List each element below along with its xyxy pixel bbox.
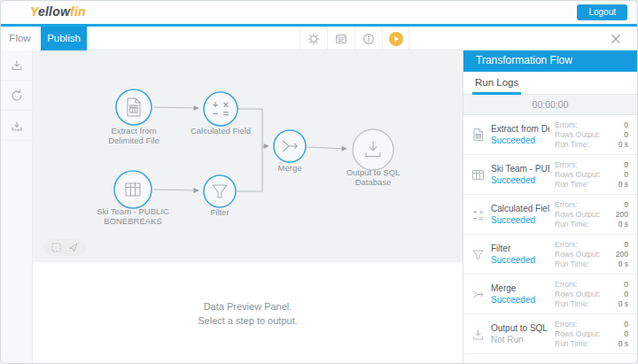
log-step-title: Ski Team - PUBL... bbox=[491, 164, 549, 174]
tab-flow[interactable]: Flow bbox=[1, 27, 40, 50]
errors-label: Errors: bbox=[555, 200, 578, 210]
merge-icon bbox=[471, 288, 491, 301]
output-step-icon[interactable] bbox=[1, 111, 32, 141]
svg-text:Delimited File: Delimited File bbox=[108, 136, 160, 145]
settings-icon[interactable] bbox=[300, 27, 327, 50]
rows-output-label: Rows Output: bbox=[555, 290, 601, 299]
errors-value: 0 bbox=[624, 280, 628, 290]
top-bar: Yellowfin Logout bbox=[1, 1, 637, 24]
step-sidebar bbox=[1, 50, 33, 364]
errors-value: 0 bbox=[624, 200, 628, 210]
run-time-label: Run Time: bbox=[555, 220, 589, 229]
transform-step-icon[interactable] bbox=[1, 81, 32, 111]
preview-line2: Select a step to output. bbox=[198, 314, 298, 328]
file-icon bbox=[471, 128, 491, 142]
run-log-row[interactable]: Merge Succeeded Errors:0 Rows Output:0 R… bbox=[463, 275, 637, 314]
run-time-value: 0 s bbox=[619, 140, 628, 150]
log-step-status: Not Run bbox=[491, 335, 549, 345]
log-step-title: Filter bbox=[491, 244, 549, 253]
log-step-title: Extract from Deli... bbox=[491, 124, 549, 134]
run-icon[interactable] bbox=[382, 27, 409, 50]
rows-output-value: 0 bbox=[624, 290, 628, 299]
svg-text:Output to SQL: Output to SQL bbox=[346, 167, 401, 177]
log-step-status: Succeeded bbox=[491, 255, 549, 265]
tab-publish[interactable]: Publish bbox=[41, 27, 87, 50]
run-log-row[interactable]: Ski Team - PUBL... Succeeded Errors:0 Ro… bbox=[463, 155, 637, 195]
run-time-value: 0 s bbox=[619, 259, 628, 269]
run-time-value: 0 s bbox=[619, 299, 628, 309]
filter-icon bbox=[471, 248, 491, 261]
svg-text:Merge: Merge bbox=[278, 163, 302, 173]
flow-node-output[interactable]: Output to SQL Database bbox=[346, 129, 401, 187]
run-log-row[interactable]: Filter Succeeded Errors:0 Rows Output:20… bbox=[463, 235, 637, 275]
log-step-status: Succeeded bbox=[491, 215, 549, 225]
log-step-status: Succeeded bbox=[491, 175, 549, 185]
errors-label: Errors: bbox=[555, 120, 578, 130]
run-time-value: 0 s bbox=[619, 339, 628, 349]
transformation-flow-panel: Transformation Flow Run Logs 00:00:00 Ex… bbox=[463, 50, 637, 364]
run-time-label: Run Time: bbox=[555, 140, 589, 150]
flow-node-filter[interactable]: Filter bbox=[204, 175, 236, 217]
flow-node-ski-team[interactable]: Ski Team - PUBLIC BONEBREAKS bbox=[97, 171, 169, 226]
flow-node-extract[interactable]: Extract from Delimited File bbox=[108, 89, 160, 145]
rows-output-label: Rows Output: bbox=[555, 210, 601, 220]
log-step-title: Merge bbox=[491, 283, 549, 293]
notes-icon[interactable] bbox=[327, 27, 354, 50]
rows-output-value: 0 bbox=[624, 130, 628, 140]
pointer-icon[interactable] bbox=[67, 242, 79, 253]
table-icon bbox=[471, 168, 491, 182]
run-timer: 00:00:00 bbox=[463, 95, 637, 115]
marquee-select-icon[interactable] bbox=[51, 242, 62, 253]
svg-text:=: = bbox=[479, 214, 484, 221]
errors-label: Errors: bbox=[555, 240, 578, 250]
logout-button[interactable]: Logout bbox=[577, 4, 627, 20]
flow-connectors bbox=[153, 107, 346, 191]
run-time-label: Run Time: bbox=[555, 339, 589, 349]
rows-output-label: Rows Output: bbox=[555, 250, 601, 259]
app-window: Yellowfin Logout Flow Publish bbox=[0, 0, 638, 364]
log-step-status: Succeeded bbox=[491, 136, 549, 145]
output-icon bbox=[471, 328, 491, 341]
flow-toolbar bbox=[300, 27, 409, 50]
close-icon[interactable] bbox=[605, 27, 626, 50]
data-preview-panel: Data Preview Panel. Select a step to out… bbox=[33, 261, 463, 364]
svg-text:−: − bbox=[473, 214, 478, 221]
svg-text:Extract from: Extract from bbox=[111, 126, 156, 136]
run-time-label: Run Time: bbox=[555, 299, 589, 309]
rows-output-value: 200 bbox=[616, 250, 628, 259]
rows-output-value: 200 bbox=[616, 210, 628, 220]
rows-output-label: Rows Output: bbox=[555, 329, 601, 339]
preview-line1: Data Preview Panel. bbox=[204, 299, 292, 314]
svg-text:Database: Database bbox=[355, 177, 392, 187]
run-log-row[interactable]: +×−= Calculated Field Succeeded Errors:0… bbox=[463, 195, 637, 235]
rows-output-value: 0 bbox=[624, 170, 628, 180]
rows-output-label: Rows Output: bbox=[555, 130, 601, 140]
flow-node-calculated-field[interactable]: +× −= Calculated Field bbox=[191, 92, 251, 136]
run-time-label: Run Time: bbox=[555, 259, 589, 269]
tab-run-logs[interactable]: Run Logs bbox=[472, 72, 521, 95]
flow-canvas[interactable]: Extract from Delimited File +× −= Calcul… bbox=[33, 50, 463, 261]
flow-node-merge[interactable]: Merge bbox=[274, 130, 306, 173]
panel-title: Transformation Flow bbox=[463, 50, 637, 72]
errors-value: 0 bbox=[624, 120, 628, 130]
log-step-status: Succeeded bbox=[491, 295, 549, 305]
rows-output-label: Rows Output: bbox=[555, 170, 601, 180]
errors-value: 0 bbox=[624, 240, 628, 250]
svg-text:Ski Team - PUBLIC: Ski Team - PUBLIC bbox=[97, 206, 169, 216]
run-log-row[interactable]: Extract from Deli... Succeeded Errors:0 … bbox=[463, 115, 637, 155]
tab-bar: Flow Publish bbox=[1, 27, 637, 50]
input-step-icon[interactable] bbox=[1, 50, 32, 81]
run-time-label: Run Time: bbox=[555, 180, 589, 190]
svg-text:Filter: Filter bbox=[210, 207, 229, 217]
svg-text:−: − bbox=[213, 108, 218, 119]
run-log-row[interactable]: Output to SQL Dat... Not Run Errors:0 Ro… bbox=[463, 314, 637, 354]
info-icon[interactable] bbox=[354, 27, 382, 50]
panel-tab-row: Run Logs bbox=[463, 72, 637, 95]
errors-label: Errors: bbox=[555, 280, 578, 290]
log-step-title: Output to SQL Dat... bbox=[491, 323, 549, 333]
log-step-title: Calculated Field bbox=[491, 204, 549, 213]
errors-label: Errors: bbox=[555, 320, 578, 329]
run-log-list: Extract from Deli... Succeeded Errors:0 … bbox=[463, 115, 637, 364]
yellowfin-logo: Yellowfin bbox=[30, 4, 86, 19]
rows-output-value: 0 bbox=[624, 329, 628, 339]
